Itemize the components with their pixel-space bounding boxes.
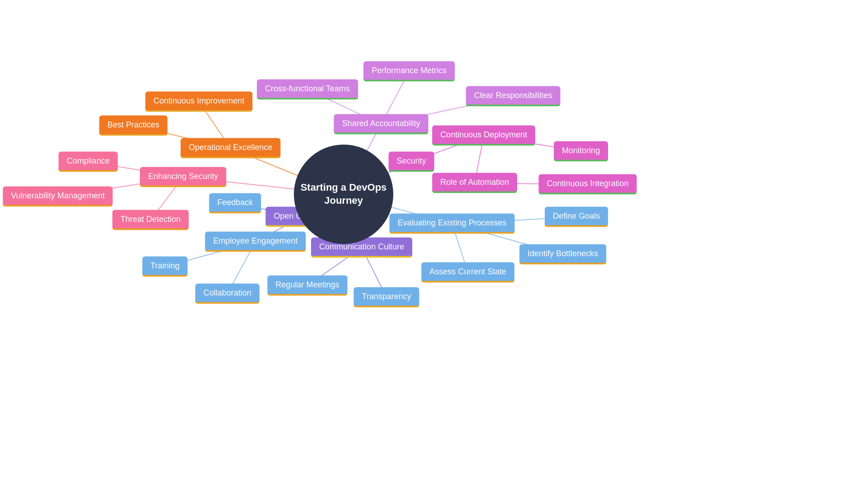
training-node[interactable]: Training: [142, 257, 188, 277]
evaluating-existing-processes-node[interactable]: Evaluating Existing Processes: [389, 214, 514, 234]
compliance-node[interactable]: Compliance: [58, 152, 118, 172]
performance-metrics-node[interactable]: Performance Metrics: [363, 61, 455, 82]
continuous-integration-node[interactable]: Continuous Integration: [538, 174, 637, 195]
continuous-improvement-node[interactable]: Continuous Improvement: [145, 92, 252, 112]
security-node[interactable]: Security: [388, 152, 434, 172]
center-label: Starting a DevOps Journey: [294, 181, 393, 207]
collaboration-node[interactable]: Collaboration: [195, 284, 259, 304]
best-practices-node[interactable]: Best Practices: [99, 116, 167, 136]
operational-excellence-node[interactable]: Operational Excellence: [180, 138, 280, 159]
role-of-automation-node[interactable]: Role of Automation: [432, 173, 517, 193]
enhancing-security-node[interactable]: Enhancing Security: [140, 167, 226, 188]
regular-meetings-node[interactable]: Regular Meetings: [267, 276, 347, 296]
employee-engagement-node[interactable]: Employee Engagement: [205, 232, 306, 252]
shared-accountability-node[interactable]: Shared Accountability: [334, 114, 428, 135]
assess-current-state-node[interactable]: Assess Current State: [421, 263, 514, 283]
threat-detection-node[interactable]: Threat Detection: [112, 210, 189, 230]
transparency-node[interactable]: Transparency: [354, 287, 419, 308]
clear-responsibilities-node[interactable]: Clear Responsibilities: [466, 86, 560, 107]
cross-functional-teams-node[interactable]: Cross-functional Teams: [257, 80, 358, 100]
center-node: Starting a DevOps Journey: [294, 145, 393, 244]
identify-bottlenecks-node[interactable]: Identify Bottlenecks: [519, 244, 606, 265]
continuous-deployment-node[interactable]: Continuous Deployment: [432, 126, 535, 146]
define-goals-node[interactable]: Define Goals: [545, 207, 608, 227]
monitoring-node[interactable]: Monitoring: [554, 141, 608, 162]
feedback-node[interactable]: Feedback: [209, 193, 261, 214]
vulnerability-management-node[interactable]: Vulnerability Management: [3, 187, 113, 207]
